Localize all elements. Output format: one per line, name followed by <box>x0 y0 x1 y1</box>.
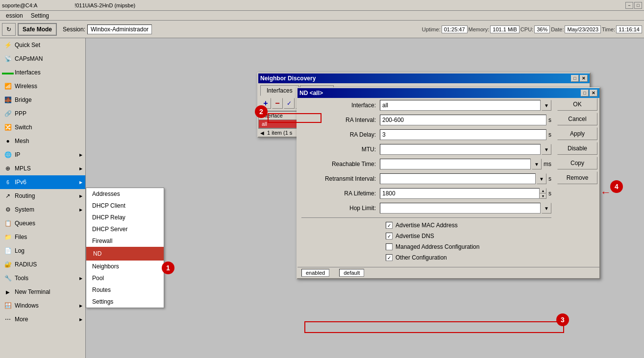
nd-window-controls: □ ✕ <box>571 75 588 82</box>
ra-lifetime-input[interactable] <box>380 188 540 199</box>
ra-lifetime-up[interactable]: ▲ <box>540 188 546 193</box>
submenu-firewall[interactable]: Firewall <box>86 235 164 247</box>
uptime-value: 01:25:47 <box>442 25 468 33</box>
mtu-input[interactable] <box>380 144 541 155</box>
sidebar-item-switch[interactable]: 🔀 Switch <box>0 120 85 134</box>
reachable-input-group: ▼ <box>380 159 542 169</box>
sidebar-item-ppp[interactable]: 🔗 PPP <box>0 107 85 120</box>
other-config-highlight <box>304 321 564 333</box>
sidebar-item-quick-set[interactable]: ⚡ Quick Set <box>0 38 85 52</box>
sidebar-item-files[interactable]: 📁 Files <box>0 230 85 244</box>
sidebar-item-windows[interactable]: 🪟 Windows <box>0 299 85 312</box>
advertise-mac-label: Advertise MAC Address <box>396 222 458 229</box>
submenu-routes[interactable]: Routes <box>86 284 164 296</box>
sidebar-item-log[interactable]: 📄 Log <box>0 244 85 258</box>
ra-delay-unit: s <box>548 131 551 138</box>
managed-addr-checkbox[interactable] <box>386 243 393 250</box>
retransmit-input-group: ▼ <box>380 173 546 184</box>
sidebar-label-mpls: MPLS <box>15 165 31 172</box>
ra-lifetime-down[interactable]: ▼ <box>540 193 546 199</box>
sidebar-item-more[interactable]: ⋯ More <box>0 312 85 326</box>
submenu-pool[interactable]: Pool <box>86 272 164 284</box>
sidebar-item-ip[interactable]: 🌐 IP <box>0 148 85 162</box>
submenu-addresses[interactable]: Addresses <box>86 188 164 200</box>
windows-icon: 🪟 <box>4 302 12 310</box>
hop-limit-input[interactable] <box>380 203 541 214</box>
sidebar-item-new-terminal[interactable]: ▶ New Terminal <box>0 285 85 299</box>
sidebar-item-capsman[interactable]: 📡 CAPsMAN <box>0 52 85 66</box>
submenu-nd[interactable]: ND <box>86 247 164 261</box>
nd-remove-button[interactable]: − <box>272 98 283 109</box>
interface-dropdown-btn[interactable]: ▼ <box>542 100 551 111</box>
sidebar-item-radius[interactable]: 🔐 RADIUS <box>0 258 85 271</box>
advertise-dns-checkbox[interactable]: ✓ <box>386 233 393 239</box>
disable-button[interactable]: Disable <box>557 142 597 155</box>
menu-item-session[interactable]: ession <box>2 11 27 20</box>
nd-check-button[interactable]: ✓ <box>284 98 295 109</box>
hop-limit-label: Hop Limit: <box>301 205 380 212</box>
sidebar-label-capsman: CAPsMAN <box>15 55 43 62</box>
sidebar-item-wireless[interactable]: 📶 Wireless <box>0 79 85 93</box>
cpu-label: CPU: <box>520 26 533 32</box>
switch-icon: 🔀 <box>4 123 12 131</box>
ok-button[interactable]: OK <box>557 98 597 111</box>
nd-window-close[interactable]: ✕ <box>580 75 588 82</box>
app-title: !011UiAS-2HnD (mipsbe) <box>74 2 135 8</box>
refresh-button[interactable]: ↻ <box>2 23 16 36</box>
sidebar-item-routing[interactable]: ↗ Routing <box>0 189 85 203</box>
submenu-dhcp-client[interactable]: DHCP Client <box>86 200 164 212</box>
memory-label: Memory: <box>469 26 490 32</box>
sidebar-label-mesh: Mesh <box>15 138 29 144</box>
ra-interval-input[interactable] <box>380 115 546 125</box>
nd-window-minimize[interactable]: □ <box>571 75 579 82</box>
managed-addr-row: Managed Address Configuration <box>297 241 555 252</box>
other-config-checkbox[interactable]: ✓ <box>386 254 393 261</box>
hop-limit-dropdown-btn[interactable]: ▼ <box>542 203 551 214</box>
cancel-button[interactable]: Cancel <box>557 113 597 125</box>
reachable-dropdown-btn[interactable]: ▼ <box>532 159 542 169</box>
uptime-label: Uptime: <box>422 26 441 32</box>
cpu-value: 36% <box>534 25 550 33</box>
apply-button[interactable]: Apply <box>557 127 597 140</box>
sidebar-item-mesh[interactable]: ● Mesh <box>0 134 85 148</box>
menu-bar: ession Setting <box>0 11 644 21</box>
nd-scroll-left[interactable]: ◀ <box>260 130 264 136</box>
submenu-settings[interactable]: Settings <box>86 296 164 308</box>
quick-set-icon: ⚡ <box>4 41 12 49</box>
nd-tab-interfaces[interactable]: Interfaces <box>260 85 299 96</box>
submenu-dhcp-server[interactable]: DHCP Server <box>86 223 164 235</box>
ra-lifetime-unit: s <box>548 190 551 197</box>
sidebar-label-quick-set: Quick Set <box>15 42 40 48</box>
sidebar-item-ipv6[interactable]: 6 IPv6 <box>0 175 85 189</box>
reachable-input[interactable] <box>380 159 531 169</box>
maximize-button[interactable]: □ <box>634 2 642 9</box>
advertise-mac-checkbox[interactable]: ✓ <box>386 222 393 229</box>
nd-all-title: ND <all> <box>299 90 323 96</box>
submenu-dhcp-relay[interactable]: DHCP Relay <box>86 212 164 223</box>
safe-mode-button[interactable]: Safe Mode <box>18 23 57 36</box>
sidebar-item-queues[interactable]: 📋 Queues <box>0 216 85 230</box>
sidebar-item-interfaces[interactable]: ▬▬ Interfaces <box>0 66 85 79</box>
submenu-neighbors[interactable]: Neighbors <box>86 261 164 272</box>
radius-icon: 🔐 <box>4 261 12 268</box>
status-bar: Uptime: 01:25:47 Memory: 101.1 MiB CPU: … <box>154 25 642 33</box>
minimize-button[interactable]: − <box>625 2 633 9</box>
title-bar: soporte@C4:A !011UiAS-2HnD (mipsbe) − □ <box>0 0 644 11</box>
retransmit-input[interactable] <box>380 173 536 184</box>
sidebar-item-mpls[interactable]: ⊕ MPLS <box>0 162 85 175</box>
nd-all-minimize[interactable]: □ <box>581 90 589 96</box>
ra-delay-input[interactable] <box>380 129 546 140</box>
mtu-dropdown-btn[interactable]: ▼ <box>542 144 551 155</box>
remove-button[interactable]: Remove <box>557 171 597 184</box>
retransmit-dropdown-btn[interactable]: ▼ <box>537 173 546 184</box>
sidebar-item-tools[interactable]: 🔧 Tools <box>0 271 85 285</box>
copy-button[interactable]: Copy <box>557 157 597 169</box>
nd-all-bottom: enabled default <box>297 267 599 278</box>
ra-interval-label: RA Interval: <box>301 117 380 123</box>
interface-input[interactable] <box>380 100 541 111</box>
nd-all-close[interactable]: ✕ <box>590 90 597 96</box>
sidebar-item-bridge[interactable]: 🌉 Bridge <box>0 93 85 107</box>
ipv6-icon: 6 <box>4 178 12 186</box>
sidebar-item-system[interactable]: ⚙ System <box>0 203 85 216</box>
menu-item-setting[interactable]: Setting <box>27 11 53 20</box>
